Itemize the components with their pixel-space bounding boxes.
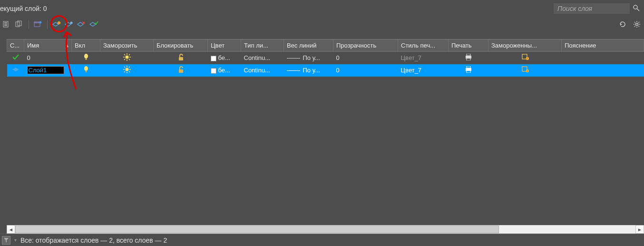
svg-rect-5 [4,25,7,26]
color-cell[interactable]: бе... [208,64,241,77]
col-status[interactable]: С... [7,39,24,52]
vpfreeze-icon [522,55,529,62]
plotstyle-cell[interactable]: Цвет_7 [398,52,449,64]
svg-point-10 [39,21,42,24]
freeze-cell[interactable] [100,52,154,64]
layer-name-input[interactable] [27,66,64,74]
linetype-cell[interactable]: Continu... [241,52,284,64]
col-color[interactable]: Цвет [208,39,241,52]
svg-rect-4 [4,24,7,25]
scroll-left-icon[interactable]: ◄ [7,225,15,234]
freeze-cell[interactable] [100,64,154,77]
plot-cell[interactable] [449,64,488,77]
printer-icon [465,67,472,74]
lock-cell[interactable] [154,52,208,64]
lineweight-label: По у... [303,54,320,61]
status-cell[interactable] [7,52,24,64]
svg-line-38 [129,71,130,72]
svg-rect-31 [85,70,87,72]
table-header-row: С... Имя▲ Вкл Заморозить Блокировать Цве… [7,39,644,52]
horizontal-scrollbar[interactable]: ◄ ► [7,225,644,234]
col-lock[interactable]: Блокировать [154,39,208,52]
settings-icon[interactable] [632,19,642,30]
col-vpfreeze[interactable]: Замороженны... [488,39,562,52]
toolbar [0,17,644,31]
svg-point-12 [636,23,638,26]
filter-toggle-icon[interactable] [2,236,10,245]
table-row[interactable]: 0бе...Continu...По у...0Цвет_7 [7,52,644,64]
bulb-icon [83,55,89,62]
lineweight-cell[interactable]: По у... [284,52,333,64]
search-icon[interactable] [633,4,640,13]
vpfreeze-cell[interactable] [488,52,562,64]
svg-rect-41 [179,69,183,73]
svg-line-37 [124,67,125,68]
plotstyle-cell[interactable]: Цвет_7 [398,64,449,77]
set-current-icon[interactable] [88,19,99,30]
sun-icon [123,55,131,62]
svg-point-15 [125,56,128,59]
new-layer-vpfrozen-icon[interactable] [64,19,74,30]
chevron-down-icon[interactable]: ▼ [13,238,18,243]
svg-point-32 [125,68,128,71]
color-label: бе... [218,54,230,61]
description-cell[interactable] [562,52,644,64]
scroll-thumb[interactable] [15,226,499,233]
delete-layer-icon[interactable] [76,19,87,30]
color-cell[interactable]: бе... [208,52,241,64]
lock-cell[interactable] [154,64,208,77]
col-plotstyle[interactable]: Стиль печ... [398,39,449,52]
svg-point-13 [84,54,88,59]
svg-line-39 [129,67,130,68]
svg-line-20 [124,54,125,55]
filter-group-icon[interactable] [14,19,25,30]
new-layer-icon[interactable] [51,19,62,30]
scroll-track[interactable] [15,225,635,234]
svg-rect-14 [85,58,87,60]
lineweight-cell[interactable]: По у... [284,64,333,77]
col-linetype[interactable]: Тип ли... [241,39,284,52]
layer-name: 0 [27,54,30,61]
refresh-icon[interactable] [617,19,628,30]
lock-open-icon [177,55,185,62]
status-cell[interactable] [7,64,24,77]
svg-point-30 [84,66,88,71]
col-name[interactable]: Имя▲ [24,39,72,52]
col-transparency[interactable]: Прозрачность [333,39,398,52]
name-cell[interactable]: 0 [24,52,72,64]
plot-cell[interactable] [449,52,488,64]
lineweight-label: По у... [303,67,320,74]
transparency-cell[interactable]: 0 [333,64,398,77]
col-description[interactable]: Пояснение [562,39,644,52]
on-cell[interactable] [72,64,100,77]
layers-table-area: С... Имя▲ Вкл Заморозить Блокировать Цве… [7,39,644,225]
status-text: Все: отображается слоев — 2, всего слоев… [20,236,167,244]
sun-icon [123,68,131,75]
svg-rect-9 [34,22,40,23]
current-layer-label: екущий слой: 0 [0,5,47,12]
color-swatch [211,56,216,61]
transparency-cell[interactable]: 0 [333,52,398,64]
col-plot[interactable]: Печать [449,39,488,52]
svg-rect-43 [467,66,470,68]
svg-line-1 [637,9,639,11]
filter-properties-icon[interactable] [2,19,12,30]
description-cell[interactable] [562,64,644,77]
col-freeze[interactable]: Заморозить [100,39,154,52]
layers-table: С... Имя▲ Вкл Заморозить Блокировать Цве… [7,39,644,77]
lineweight-sample [287,70,300,71]
col-lineweight[interactable]: Вес линий [284,39,333,52]
scroll-right-icon[interactable]: ► [635,225,644,234]
col-on[interactable]: Вкл [72,39,100,52]
svg-rect-3 [4,22,7,23]
on-cell[interactable] [72,52,100,64]
status-bar: ▼ Все: отображается слоев — 2, всего сло… [0,234,644,246]
search-input[interactable] [554,3,630,14]
vpfreeze-cell[interactable] [488,64,562,77]
svg-line-40 [124,71,125,72]
name-cell[interactable] [24,64,72,77]
svg-rect-24 [179,57,183,60]
linetype-cell[interactable]: Continu... [241,64,284,77]
table-row[interactable]: бе...Continu...По у...0Цвет_7 [7,64,644,77]
layer-state-icon[interactable] [33,19,43,30]
